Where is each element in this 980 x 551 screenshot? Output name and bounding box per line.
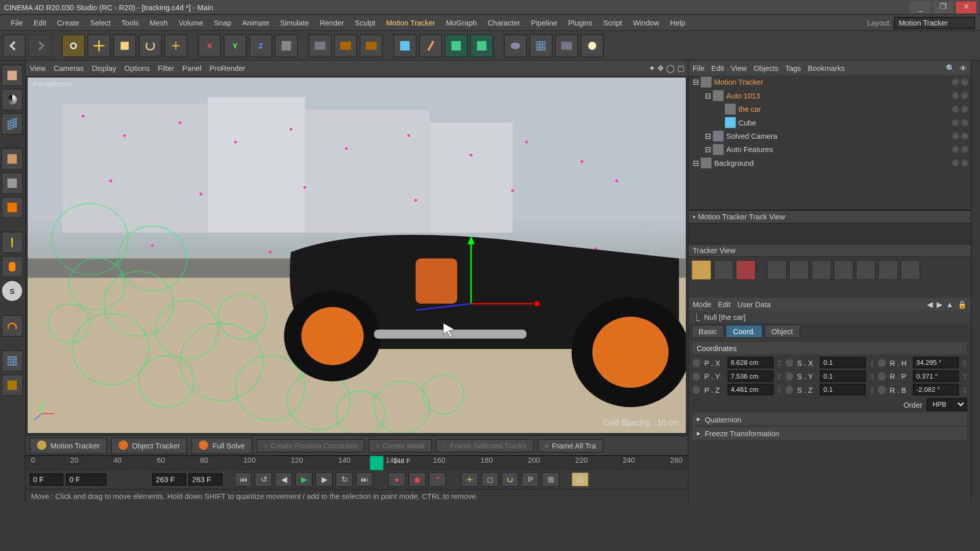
edge-mode[interactable] <box>2 172 23 194</box>
menu-sculpt[interactable]: Sculpt <box>349 18 380 27</box>
coord-anim-dot[interactable] <box>693 359 700 367</box>
prev-frame-button[interactable]: ◀ <box>275 472 292 487</box>
am-fwd-icon[interactable]: ▶ <box>937 300 942 309</box>
frame-current-field[interactable] <box>66 473 106 486</box>
track-tab-motion-tracker[interactable]: Motion Tracker <box>30 437 107 454</box>
obj-row-background[interactable]: ⊟Background <box>689 156 971 169</box>
live-select-tool[interactable] <box>62 34 85 57</box>
coord-anim-dot[interactable] <box>786 386 793 394</box>
vp-zoom-icon[interactable]: ◯ <box>666 64 674 72</box>
go-start-button[interactable]: ⏮ <box>235 472 252 487</box>
menu-snap[interactable]: Snap <box>209 18 237 27</box>
obj-row-motion-tracker[interactable]: ⊟Motion Tracker <box>689 76 971 89</box>
render-picture-viewer[interactable] <box>334 34 357 57</box>
tracker-nav-3[interactable] <box>811 260 831 281</box>
spinner-icon[interactable]: ‡ <box>870 372 874 380</box>
spinner-icon[interactable]: ‡ <box>870 359 874 367</box>
search-icon[interactable]: 🔍 <box>946 64 955 72</box>
vp-move-icon[interactable]: ✥ <box>657 64 664 72</box>
workplane-snap[interactable] <box>2 350 23 371</box>
step-back-button[interactable]: ↺ <box>255 472 272 487</box>
am-lock-icon[interactable]: 🔒 <box>958 300 967 309</box>
obj-menu-objects[interactable]: Objects <box>753 64 778 72</box>
menu-select[interactable]: Select <box>85 18 116 27</box>
viewport[interactable]: Perspective Grid Spacing : 10 cm <box>27 77 687 434</box>
tracker-nav-4[interactable] <box>834 260 854 281</box>
magnet-snap[interactable] <box>2 315 23 337</box>
expand-icon[interactable]: ⊟ <box>705 132 713 140</box>
coord-input-rb[interactable] <box>913 384 959 395</box>
obj-menu-file[interactable]: File <box>693 64 704 72</box>
timeline[interactable]: 020406080100120140148160180200220240260 … <box>26 455 688 470</box>
coord-anim-dot[interactable] <box>878 359 886 367</box>
menu-render[interactable]: Render <box>314 18 350 27</box>
minimize-button[interactable]: _ <box>910 1 930 13</box>
am-menu-mode[interactable]: Mode <box>693 300 711 309</box>
quaternion-fold[interactable]: ▸Quaternion <box>693 413 967 425</box>
rotate-tool[interactable] <box>139 34 162 57</box>
render-view[interactable] <box>309 34 332 57</box>
expand-icon[interactable]: ⊟ <box>705 145 713 154</box>
tracker-nav-2[interactable] <box>789 260 810 281</box>
add-spline[interactable] <box>419 34 442 57</box>
autokey-button[interactable]: ◉ <box>408 472 426 487</box>
coord-anim-dot[interactable] <box>878 386 886 394</box>
vp-menu-display[interactable]: Display <box>92 64 116 72</box>
expand-icon[interactable]: ⊟ <box>693 159 701 167</box>
tracker-nav-5[interactable] <box>855 260 876 281</box>
frame-end-field[interactable] <box>153 473 186 486</box>
vp-menu-options[interactable]: Options <box>124 64 150 72</box>
key-options-button[interactable]: ? <box>429 472 446 487</box>
coord-input-rh[interactable] <box>913 357 959 368</box>
frame-start-field[interactable] <box>30 473 63 486</box>
vp-menu-view[interactable]: View <box>30 64 45 72</box>
add-environment[interactable] <box>504 34 527 57</box>
coord-input-sx[interactable] <box>820 357 866 368</box>
obj-row-auto-features[interactable]: ⊟Auto Features <box>689 143 971 156</box>
menu-plugins[interactable]: Plugins <box>562 18 598 27</box>
freeze-transform-fold[interactable]: ▸Freeze Transformation <box>693 427 967 440</box>
coord-anim-dot[interactable] <box>878 372 886 380</box>
obj-visibility-dots[interactable] <box>937 79 971 85</box>
menu-create[interactable]: Create <box>52 18 85 27</box>
tweak-mode[interactable] <box>2 256 23 278</box>
obj-menu-view[interactable]: View <box>731 64 747 72</box>
vp-nav-icon[interactable]: ✦ <box>649 64 655 72</box>
obj-visibility-dots[interactable] <box>937 160 971 166</box>
obj-visibility-dots[interactable] <box>937 133 971 139</box>
last-tool[interactable] <box>164 34 187 57</box>
obj-visibility-dots[interactable] <box>937 119 971 126</box>
am-menu-user-data[interactable]: User Data <box>738 300 771 309</box>
timeline-playhead[interactable]: 148 F <box>370 456 383 470</box>
obj-visibility-dots[interactable] <box>937 92 971 99</box>
menu-help[interactable]: Help <box>665 18 691 27</box>
maximize-button[interactable]: ❐ <box>933 1 953 13</box>
model-mode[interactable] <box>2 65 23 86</box>
obj-visibility-dots[interactable] <box>937 146 971 153</box>
vp-menu-panel[interactable]: Panel <box>182 64 201 72</box>
coord-anim-dot[interactable] <box>786 359 793 367</box>
tracker-nav-1[interactable] <box>767 260 787 281</box>
obj-menu-edit[interactable]: Edit <box>712 64 724 72</box>
menu-script[interactable]: Script <box>598 18 627 27</box>
tracker-2d-button[interactable] <box>691 260 712 281</box>
vp-max-icon[interactable]: ▢ <box>677 64 684 72</box>
obj-row-auto-1013[interactable]: ⊟Auto 1013 <box>689 89 971 102</box>
obj-row-solved-camera[interactable]: ⊟Solved Camera <box>689 129 971 142</box>
coord-input-sy[interactable] <box>820 370 866 382</box>
z-axis-lock[interactable]: Z <box>249 34 272 57</box>
spinner-icon[interactable]: ‡ <box>963 372 967 380</box>
track-tab-object-tracker[interactable]: Object Tracker <box>111 437 187 454</box>
am-up-icon[interactable]: ▲ <box>946 300 953 309</box>
menu-pipeline[interactable]: Pipeline <box>526 18 563 27</box>
record-button[interactable]: ● <box>388 472 406 487</box>
key-pos-button[interactable] <box>461 472 478 487</box>
key-scale-button[interactable]: ◻ <box>481 472 499 487</box>
vp-menu-filter[interactable]: Filter <box>158 64 174 72</box>
spinner-icon[interactable]: ‡ <box>777 386 781 394</box>
x-axis-lock[interactable]: X <box>198 34 221 57</box>
obj-menu-bookmarks[interactable]: Bookmarks <box>808 64 845 72</box>
tracker-tool-2[interactable] <box>714 260 734 281</box>
am-tab-basic[interactable]: Basic <box>691 324 724 338</box>
next-frame-button[interactable]: ▶ <box>315 472 333 487</box>
